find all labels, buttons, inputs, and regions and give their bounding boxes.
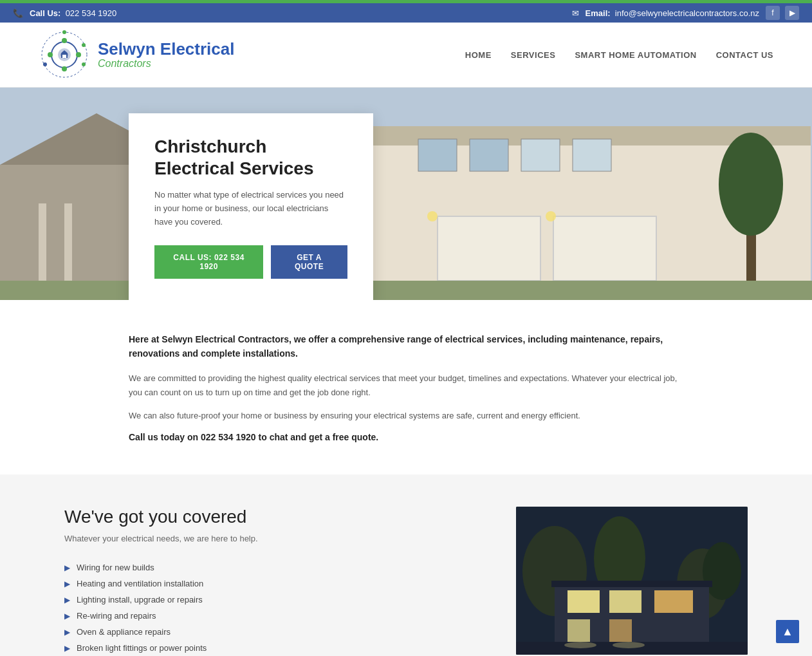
service-item-1: Wiring for new builds [77, 563, 154, 572]
house-night-image [516, 507, 748, 655]
svg-point-12 [43, 62, 47, 66]
call-button[interactable]: CALL US: 022 534 1920 [154, 245, 263, 279]
list-item: ▶ Wiring for new builds [64, 563, 477, 572]
list-arrow-icon: ▶ [64, 595, 70, 604]
svg-rect-23 [470, 139, 508, 171]
logo-icon [39, 29, 90, 80]
logo-text: Selwyn Electrical Contractors [98, 40, 234, 70]
svg-rect-7 [62, 55, 66, 58]
services-section: We've got you covered Whatever your elec… [0, 474, 812, 656]
social-icons: f ▶ [766, 6, 799, 20]
service-item-5: Oven & appliance repairs [77, 627, 171, 637]
list-item: ▶ Re-wiring and repairs [64, 611, 477, 621]
svg-rect-30 [0, 281, 812, 300]
logo-subtitle: Contractors [98, 58, 234, 70]
svg-point-27 [546, 211, 556, 221]
logo-area: Selwyn Electrical Contractors [39, 29, 234, 80]
hero-title: Christchurch Electrical Services [154, 136, 347, 179]
call-label: Call Us: 022 534 1920 [30, 8, 116, 18]
main-nav: HOME SERVICES SMART HOME AUTOMATION CONT… [465, 50, 773, 60]
svg-point-26 [427, 211, 438, 221]
svg-point-29 [719, 133, 783, 236]
facebook-icon[interactable]: f [766, 6, 780, 20]
list-arrow-icon: ▶ [64, 579, 70, 588]
youtube-icon[interactable]: ▶ [785, 6, 799, 20]
svg-point-5 [62, 66, 67, 71]
services-subtitle: Whatever your electrical needs, we are h… [64, 534, 477, 543]
svg-rect-40 [654, 590, 693, 613]
services-list: ▶ Wiring for new builds ▶ Heating and ve… [64, 563, 477, 653]
header: Selwyn Electrical Contractors HOME SERVI… [0, 23, 812, 88]
quote-button[interactable]: GET A QUOTE [271, 245, 347, 279]
list-item: ▶ Heating and ventilation installation [64, 579, 477, 588]
email-icon: ✉ [572, 8, 579, 18]
nav-contact[interactable]: CONTACT US [716, 50, 773, 60]
about-para2: We can also future-proof your home or bu… [129, 409, 683, 423]
list-arrow-icon: ▶ [64, 612, 70, 621]
scroll-top-button[interactable]: ▲ [776, 620, 799, 643]
nav-services[interactable]: SERVICES [511, 50, 556, 60]
services-left: We've got you covered Whatever your elec… [64, 507, 477, 653]
services-title: We've got you covered [64, 507, 477, 527]
about-bold: Here at Selwyn Electrical Contractors, w… [129, 332, 683, 361]
svg-point-6 [48, 52, 53, 57]
svg-point-10 [82, 43, 86, 47]
top-bar: 📞 Call Us: 022 534 1920 ✉ Email: info@se… [0, 3, 812, 23]
svg-point-3 [62, 38, 67, 43]
svg-point-11 [82, 62, 86, 66]
hero-house-image [0, 88, 812, 300]
service-item-4: Re-wiring and repairs [77, 611, 156, 621]
svg-rect-24 [521, 139, 560, 171]
list-arrow-icon: ▶ [64, 563, 70, 572]
hero-section: Christchurch Electrical Services No matt… [0, 88, 812, 300]
service-item-6: Broken light fittings or power points [77, 643, 207, 653]
svg-rect-25 [573, 139, 611, 171]
svg-point-46 [613, 642, 645, 648]
nav-smart-home[interactable]: SMART HOME AUTOMATION [575, 50, 696, 60]
services-image [516, 507, 748, 655]
service-item-2: Heating and ventilation installation [77, 579, 203, 588]
svg-point-9 [62, 30, 66, 34]
svg-rect-38 [567, 590, 600, 613]
hero-description: No matter what type of electrical servic… [154, 189, 347, 229]
list-arrow-icon: ▶ [64, 644, 70, 653]
svg-rect-43 [551, 581, 712, 587]
svg-point-4 [76, 52, 81, 57]
email-address: info@selwynelectricalcontractors.co.nz [615, 8, 759, 18]
list-item: ▶ Broken light fittings or power points [64, 643, 477, 653]
top-bar-right: ✉ Email: info@selwynelectricalcontractor… [572, 6, 799, 20]
service-item-3: Lighting install, upgrade or repairs [77, 595, 203, 604]
hero-buttons: CALL US: 022 534 1920 GET A QUOTE [154, 245, 347, 279]
about-para1: We are committed to providing the highes… [129, 371, 683, 400]
phone-icon: 📞 [13, 8, 23, 18]
about-section: Here at Selwyn Electrical Contractors, w… [0, 300, 812, 474]
about-cta: Call us today on 022 534 1920 to chat an… [129, 432, 683, 442]
call-number: 022 534 1920 [66, 8, 117, 18]
list-item: ▶ Oven & appliance repairs [64, 627, 477, 637]
hero-card: Christchurch Electrical Services No matt… [129, 113, 373, 300]
nav-home[interactable]: HOME [465, 50, 492, 60]
list-item: ▶ Lighting install, upgrade or repairs [64, 595, 477, 604]
list-arrow-icon: ▶ [64, 628, 70, 637]
svg-rect-39 [609, 590, 641, 613]
svg-rect-20 [438, 216, 540, 281]
logo-title: Selwyn Electrical [98, 40, 234, 59]
svg-point-45 [564, 642, 596, 648]
email-info: Email: info@selwynelectricalcontractors.… [586, 8, 759, 18]
svg-rect-21 [553, 216, 656, 281]
svg-rect-22 [418, 139, 457, 171]
top-bar-left: 📞 Call Us: 022 534 1920 [13, 8, 116, 18]
